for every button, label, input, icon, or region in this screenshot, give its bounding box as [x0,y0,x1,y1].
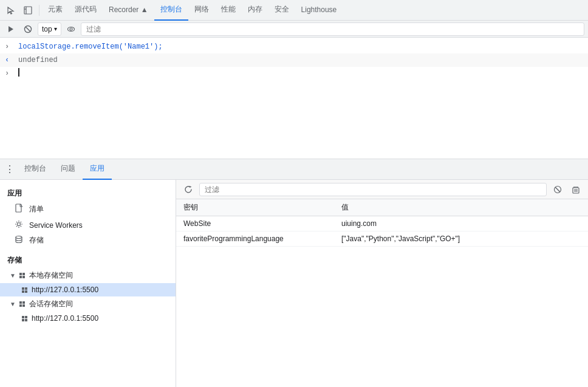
sidebar-local-storage-tree[interactable]: ▼ 本地存储空间 [0,268,176,283]
bottom-content: 应用 清单 [0,180,588,387]
svg-point-9 [18,223,21,226]
nav-recorder[interactable]: Recorder ▲ [103,0,154,21]
console-cursor [18,68,19,77]
tab-console[interactable]: 控制台 [17,159,53,180]
storage-toolbar [176,180,588,199]
expand-arrow-local: ▼ [10,272,17,279]
column-key: 密钥 [176,199,334,216]
nav-memory[interactable]: 内存 [242,0,268,21]
app-sidebar: 应用 清单 [0,180,176,387]
sidebar-item-storage[interactable]: 存储 [0,233,176,248]
inspect-icon[interactable] [19,2,36,19]
grid-icon-session [19,301,25,307]
console-input-line: › localStorage.removeItem('Name1'); [0,40,588,53]
console-output-line: ‹ undefined [0,53,588,67]
table-row[interactable]: favoriteProgrammingLanguage["Java","Pyth… [176,231,588,247]
svg-rect-0 [24,7,32,14]
nav-network[interactable]: 网络 [188,0,215,21]
cell-value: ["Java","Python","JavaScript","GO+"] [334,231,588,247]
console-filter-input[interactable] [81,22,584,36]
sidebar-section-app: 应用 [0,185,176,201]
cell-key: WebSite [176,216,334,231]
eye-icon[interactable] [64,22,78,36]
top-nav: 元素 源代码 Recorder ▲ 控制台 网络 性能 内存 安全 Lighth… [0,0,588,21]
storage-filter-input[interactable] [199,183,547,196]
sidebar-section-storage: 存储 [0,252,176,268]
expand-arrow-session: ▼ [10,301,17,307]
console-input-text: localStorage.removeItem('Name1'); [18,41,163,52]
svg-line-13 [555,187,560,192]
svg-marker-11 [190,186,192,188]
sidebar-session-storage-url[interactable]: http://127.0.0.1:5500 [0,312,176,325]
refresh-storage-button[interactable] [181,182,196,197]
storage-panel: 密钥 值 WebSiteuiuing.comfavoriteProgrammin… [176,180,588,387]
cell-key: favoriteProgrammingLanguage [176,231,334,247]
more-tabs-icon[interactable]: ⋮ [2,162,17,177]
sidebar-local-storage-url[interactable]: http://127.0.0.1:5500 [0,283,176,296]
svg-line-5 [26,27,30,32]
pointer-icon[interactable] [2,2,19,19]
svg-marker-3 [9,26,13,32]
delete-storage-button[interactable] [569,182,583,197]
svg-rect-8 [16,204,21,212]
storage-table-container: 密钥 值 WebSiteuiuing.comfavoriteProgrammin… [176,199,588,387]
execute-icon[interactable] [4,22,18,36]
nav-console[interactable]: 控制台 [154,0,188,21]
tab-issues[interactable]: 问题 [53,159,83,180]
grid-icon-session-child [22,316,27,321]
file-icon [15,204,24,215]
console-toolbar: top ▾ [0,21,588,38]
input-prompt: › [5,41,13,52]
output-prompt: ‹ [5,55,13,66]
table-header-row: 密钥 值 [176,199,588,216]
grid-icon-local-child [22,287,27,293]
clear-storage-button[interactable] [550,182,565,197]
cell-value: uiuing.com [334,216,588,231]
console-area: › localStorage.removeItem('Name1'); ‹ un… [0,38,588,159]
column-value: 值 [334,199,588,216]
context-selector[interactable]: top ▾ [38,22,61,36]
console-output-text: undefined [18,55,58,66]
bottom-panel: ⋮ 控制台 问题 应用 应用 [0,159,588,387]
svg-point-7 [70,28,72,30]
nav-separator [39,5,39,16]
nav-sources[interactable]: 源代码 [69,0,103,21]
sidebar-item-service-workers[interactable]: Service Workers [0,217,176,233]
gear-icon [15,220,24,230]
tab-application[interactable]: 应用 [83,159,112,180]
svg-point-10 [16,236,22,239]
devtools-window: 元素 源代码 Recorder ▲ 控制台 网络 性能 内存 安全 Lighth… [0,0,588,387]
nav-lighthouse[interactable]: Lighthouse [295,0,343,21]
grid-icon-local [19,273,25,278]
nav-security[interactable]: 安全 [268,0,295,21]
nav-elements[interactable]: 元素 [42,0,69,21]
bottom-tabs-bar: ⋮ 控制台 问题 应用 [0,159,588,180]
new-prompt: › [5,68,13,79]
storage-table: 密钥 值 WebSiteuiuing.comfavoriteProgrammin… [176,199,588,247]
console-prompt-line[interactable]: › [0,67,588,80]
sidebar-session-storage-tree[interactable]: ▼ 会话存储空间 [0,296,176,312]
nav-performance[interactable]: 性能 [215,0,242,21]
sidebar-item-manifest[interactable]: 清单 [0,201,176,217]
table-row[interactable]: WebSiteuiuing.com [176,216,588,231]
database-icon [15,235,24,245]
ban-icon[interactable] [21,22,35,36]
